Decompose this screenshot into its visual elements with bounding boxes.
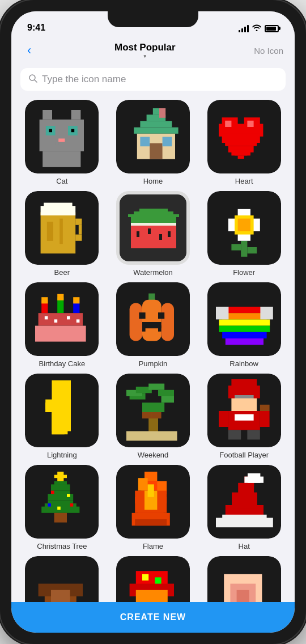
icon-cell-home[interactable]: Home <box>110 100 196 185</box>
icon-cell-football-player[interactable]: Football Player <box>201 374 287 459</box>
icon-cell-weekend[interactable]: Weekend <box>110 374 196 459</box>
svg-rect-74 <box>35 326 86 342</box>
icon-label-lightning: Lightning <box>47 451 77 459</box>
icon-cell-watermelon[interactable]: Watermelon <box>110 191 196 277</box>
svg-rect-76 <box>54 319 58 323</box>
icon-cell-rainbow[interactable]: Rainbow <box>201 282 287 368</box>
svg-rect-77 <box>67 316 70 320</box>
no-icon-button[interactable]: No Icon <box>254 46 283 56</box>
svg-rect-78 <box>76 319 80 323</box>
icon-cell-partial1[interactable] <box>19 556 105 602</box>
svg-rect-125 <box>235 414 254 421</box>
svg-rect-176 <box>155 577 161 583</box>
svg-rect-42 <box>76 235 82 241</box>
svg-rect-53 <box>128 214 179 217</box>
svg-rect-126 <box>219 411 228 427</box>
search-input-placeholder: Type the icon name <box>42 74 126 85</box>
icon-cell-partial3[interactable] <box>201 556 287 602</box>
battery-icon <box>265 25 279 32</box>
svg-rect-116 <box>162 396 174 402</box>
svg-rect-39 <box>44 203 73 209</box>
create-new-button[interactable]: CREATE NEW <box>11 602 295 633</box>
svg-rect-91 <box>222 313 266 319</box>
svg-rect-166 <box>244 477 264 483</box>
svg-rect-70 <box>42 297 48 303</box>
svg-rect-127 <box>260 411 269 427</box>
svg-rect-21 <box>140 137 150 146</box>
search-bar[interactable]: Type the icon name <box>20 68 286 91</box>
header-title-text: Most Popular <box>114 42 176 53</box>
svg-rect-34 <box>225 121 231 127</box>
svg-rect-73 <box>39 313 83 325</box>
svg-rect-32 <box>235 152 247 156</box>
svg-rect-4 <box>71 110 81 120</box>
svg-rect-142 <box>51 491 54 494</box>
svg-rect-52 <box>168 231 171 237</box>
icon-cell-flower[interactable]: Flower <box>201 191 287 277</box>
svg-rect-51 <box>159 234 162 240</box>
svg-rect-115 <box>158 390 174 396</box>
icon-image-weekend <box>116 374 190 447</box>
svg-rect-181 <box>236 590 249 602</box>
icon-cell-lightning[interactable]: Lightning <box>19 374 105 459</box>
svg-rect-130 <box>247 430 260 440</box>
icon-cell-beer[interactable]: Beer <box>19 191 105 277</box>
svg-rect-40 <box>76 219 82 225</box>
phone-screen: 9:41 <box>11 11 295 633</box>
phone-frame: 9:41 <box>0 0 306 644</box>
icon-image-hat <box>207 465 281 539</box>
header-title: Most Popular ▼ <box>114 42 176 59</box>
icon-label-birthday-cake: Birthday Cake <box>39 359 86 368</box>
icon-image-birthday-cake <box>25 282 99 356</box>
svg-rect-13 <box>43 151 81 167</box>
svg-rect-175 <box>142 574 148 581</box>
status-time: 9:41 <box>27 23 45 33</box>
svg-rect-96 <box>216 307 228 319</box>
svg-rect-117 <box>142 402 164 412</box>
icon-label-flower: Flower <box>233 268 255 277</box>
svg-rect-145 <box>70 503 74 507</box>
svg-rect-65 <box>237 219 250 231</box>
svg-rect-84 <box>139 312 145 319</box>
search-icon <box>28 74 37 85</box>
icon-cell-heart[interactable]: Heart <box>201 100 287 185</box>
back-button[interactable]: ‹ <box>23 41 36 60</box>
svg-rect-57 <box>241 241 247 257</box>
svg-rect-75 <box>45 316 48 320</box>
svg-rect-9 <box>71 129 75 133</box>
signal-bars-icon <box>239 24 249 32</box>
icon-label-heart: Heart <box>235 177 253 185</box>
icon-cell-christmas-tree[interactable]: Christmas Tree <box>19 465 105 550</box>
icon-cell-birthday-cake[interactable]: Birthday Cake <box>19 282 105 368</box>
icon-grid-scroll[interactable]: Cat <box>11 96 295 602</box>
icon-cell-flame[interactable]: Flame <box>110 465 196 550</box>
svg-rect-128 <box>260 405 269 411</box>
svg-rect-106 <box>52 409 68 434</box>
icon-cell-cat[interactable]: Cat <box>19 100 105 185</box>
svg-rect-87 <box>142 325 146 332</box>
icon-label-christmas-tree: Christmas Tree <box>37 542 87 550</box>
icon-label-football-player: Football Player <box>219 451 269 459</box>
svg-rect-150 <box>138 478 148 490</box>
icon-cell-partial2[interactable] <box>110 556 196 602</box>
icon-cell-pumpkin[interactable]: Pumpkin <box>110 282 196 368</box>
svg-rect-92 <box>219 319 270 325</box>
svg-rect-135 <box>51 484 70 490</box>
svg-rect-177 <box>136 590 168 602</box>
icon-image-partial2 <box>116 556 190 602</box>
icon-image-heart <box>207 100 281 173</box>
svg-rect-58 <box>231 244 241 250</box>
svg-rect-50 <box>148 228 151 234</box>
icon-cell-hat[interactable]: Hat <box>201 465 287 550</box>
svg-rect-10 <box>59 138 65 142</box>
icon-label-flame: Flame <box>143 542 163 550</box>
icon-label-home: Home <box>143 177 163 185</box>
notch <box>108 11 198 27</box>
svg-rect-143 <box>67 494 70 497</box>
svg-rect-15 <box>153 108 159 115</box>
icon-image-football-player <box>207 374 281 447</box>
svg-rect-20 <box>150 143 162 159</box>
icon-image-watermelon <box>116 191 190 265</box>
svg-rect-43 <box>47 222 53 241</box>
svg-rect-44 <box>60 219 63 244</box>
